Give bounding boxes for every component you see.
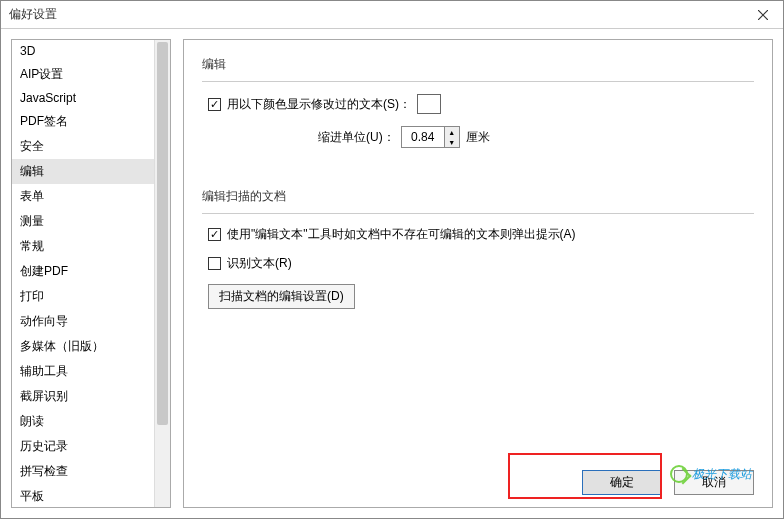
indent-spin-down[interactable]: ▼ <box>445 137 459 147</box>
sidebar-item-1[interactable]: AIP设置 <box>12 62 154 87</box>
checkbox-ocr[interactable] <box>208 257 221 270</box>
sidebar-item-5[interactable]: 编辑 <box>12 159 154 184</box>
close-button[interactable] <box>743 1 783 29</box>
checkbox-edited-color[interactable] <box>208 98 221 111</box>
row-prompt: 使用"编辑文本"工具时如文档中不存在可编辑的文本则弹出提示(A) <box>208 226 748 243</box>
indent-input-wrap: ▲ ▼ <box>401 126 460 148</box>
cancel-button[interactable]: 取消 <box>674 470 754 495</box>
label-indent-suffix: 厘米 <box>466 129 490 146</box>
sidebar-item-3[interactable]: PDF签名 <box>12 109 154 134</box>
indent-input[interactable] <box>402 127 444 147</box>
label-indent-unit: 缩进单位(U)： <box>318 129 395 146</box>
close-icon <box>758 10 768 20</box>
ok-button[interactable]: 确定 <box>582 470 662 495</box>
sidebar-item-10[interactable]: 打印 <box>12 284 154 309</box>
row-edited-color: 用以下颜色显示修改过的文本(S)： <box>208 94 748 114</box>
group-edit: 用以下颜色显示修改过的文本(S)： 缩进单位(U)： ▲ ▼ 厘米 <box>202 81 754 176</box>
scrollbar-thumb[interactable] <box>157 42 168 425</box>
sidebar-item-8[interactable]: 常规 <box>12 234 154 259</box>
indent-spinner: ▲ ▼ <box>444 127 459 147</box>
window-title: 偏好设置 <box>9 6 57 23</box>
sidebar-item-18[interactable]: 平板 <box>12 484 154 508</box>
sidebar-item-14[interactable]: 截屏识别 <box>12 384 154 409</box>
category-sidebar: 3DAIP设置JavaScriptPDF签名安全编辑表单测量常规创建PDF打印动… <box>11 39 171 508</box>
row-ocr: 识别文本(R) <box>208 255 748 272</box>
group-scan: 使用"编辑文本"工具时如文档中不存在可编辑的文本则弹出提示(A) 识别文本(R)… <box>202 213 754 337</box>
group-scan-title: 编辑扫描的文档 <box>202 188 754 205</box>
dialog-footer: 确定 取消 <box>582 470 754 495</box>
sidebar-item-4[interactable]: 安全 <box>12 134 154 159</box>
settings-panel: 编辑 用以下颜色显示修改过的文本(S)： 缩进单位(U)： ▲ ▼ <box>183 39 773 508</box>
sidebar-item-13[interactable]: 辅助工具 <box>12 359 154 384</box>
label-edited-color: 用以下颜色显示修改过的文本(S)： <box>227 96 411 113</box>
sidebar-item-7[interactable]: 测量 <box>12 209 154 234</box>
sidebar-item-15[interactable]: 朗读 <box>12 409 154 434</box>
preferences-dialog: 偏好设置 3DAIP设置JavaScriptPDF签名安全编辑表单测量常规创建P… <box>0 0 784 519</box>
sidebar-item-12[interactable]: 多媒体（旧版） <box>12 334 154 359</box>
row-indent-unit: 缩进单位(U)： ▲ ▼ 厘米 <box>318 126 748 148</box>
indent-spin-up[interactable]: ▲ <box>445 127 459 137</box>
color-swatch[interactable] <box>417 94 441 114</box>
sidebar-scrollbar[interactable] <box>154 40 170 507</box>
label-ocr: 识别文本(R) <box>227 255 292 272</box>
scan-settings-button[interactable]: 扫描文档的编辑设置(D) <box>208 284 355 309</box>
row-scan-settings: 扫描文档的编辑设置(D) <box>208 284 748 309</box>
checkbox-prompt[interactable] <box>208 228 221 241</box>
sidebar-item-9[interactable]: 创建PDF <box>12 259 154 284</box>
sidebar-item-16[interactable]: 历史记录 <box>12 434 154 459</box>
sidebar-item-0[interactable]: 3D <box>12 40 154 62</box>
dialog-body: 3DAIP设置JavaScriptPDF签名安全编辑表单测量常规创建PDF打印动… <box>1 29 783 518</box>
titlebar: 偏好设置 <box>1 1 783 29</box>
sidebar-item-2[interactable]: JavaScript <box>12 87 154 109</box>
sidebar-item-11[interactable]: 动作向导 <box>12 309 154 334</box>
sidebar-item-6[interactable]: 表单 <box>12 184 154 209</box>
group-edit-title: 编辑 <box>202 56 754 73</box>
sidebar-item-17[interactable]: 拼写检查 <box>12 459 154 484</box>
label-prompt: 使用"编辑文本"工具时如文档中不存在可编辑的文本则弹出提示(A) <box>227 226 576 243</box>
